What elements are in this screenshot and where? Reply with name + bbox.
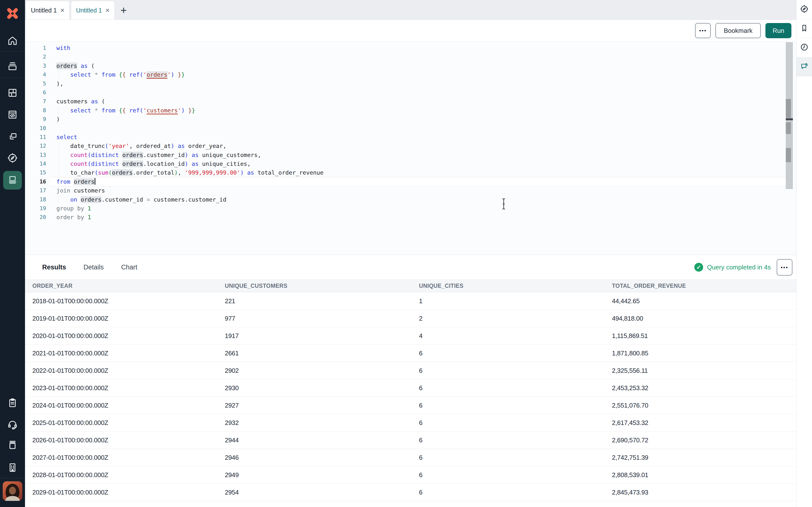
results-tab-chart[interactable]: Chart <box>121 264 137 271</box>
editor-tab-1[interactable]: Untitled 1 × <box>26 1 70 19</box>
column-header[interactable]: UNIQUE_CUSTOMERS <box>225 283 419 289</box>
sql-editor[interactable]: 1with23orders as (4 select * from {{ ref… <box>25 42 796 255</box>
code-line[interactable]: 5), <box>25 79 796 88</box>
table-cell: 6 <box>419 419 612 427</box>
sidebar-item-duplicate-windows[interactable] <box>3 128 22 147</box>
code-window-icon <box>7 109 18 121</box>
sidebar-item-compass[interactable] <box>3 149 22 168</box>
rail-item-ai-assistant[interactable] <box>797 57 812 76</box>
code-line[interactable]: 12 date_trunc('year', ordered_at) as ord… <box>25 142 796 150</box>
code-line[interactable]: 14 count(distinct orders.location_id) as… <box>25 160 796 168</box>
table-row[interactable]: 2020-01-01T00:00:00.000Z191741,115,869.5… <box>25 327 796 345</box>
table-cell: 2018-01-01T00:00:00.000Z <box>32 297 225 305</box>
table-row[interactable]: 2028-01-01T00:00:00.000Z294962,808,539.0… <box>25 466 796 484</box>
bookmark-button[interactable]: Bookmark <box>715 23 761 38</box>
code-line[interactable]: 10 <box>25 124 796 133</box>
code-line[interactable]: 3orders as ( <box>25 61 796 70</box>
editor-tab-2[interactable]: Untitled 1 × <box>71 1 115 19</box>
code-text: select * from {{ ref('customers') }} <box>25 106 796 115</box>
code-line[interactable]: 18 on orders.customer_id = customers.cus… <box>25 195 796 204</box>
code-line[interactable]: 15 to_char(sum(orders.order_total), '999… <box>25 168 796 177</box>
code-line[interactable]: 7customers as ( <box>25 97 796 106</box>
code-line[interactable]: 13 count(distinct orders.customer_id) as… <box>25 151 796 160</box>
table-cell: 1,115,869.51 <box>612 332 796 340</box>
table-cell: 6 <box>419 454 612 461</box>
table-header: ORDER_YEARUNIQUE_CUSTOMERSUNIQUE_CITIEST… <box>25 279 796 292</box>
code-line[interactable]: 16from orders <box>25 177 796 186</box>
code-line[interactable]: 2 <box>25 52 796 61</box>
table-row[interactable]: 2027-01-01T00:00:00.000Z294662,742,751.3… <box>25 449 796 466</box>
code-line[interactable]: 19group by 1 <box>25 204 796 213</box>
code-line[interactable]: 17join customers <box>25 186 796 195</box>
ai-assistant-icon <box>800 62 809 72</box>
close-icon[interactable]: × <box>105 7 110 14</box>
close-icon[interactable]: × <box>60 7 65 14</box>
rail-item-bookmark[interactable] <box>797 19 812 38</box>
results-tab-results[interactable]: Results <box>42 264 66 271</box>
table-cell: 2028-01-01T00:00:00.000Z <box>32 471 225 479</box>
table-cell: 44,442.65 <box>612 297 796 305</box>
table-row[interactable]: 2019-01-01T00:00:00.000Z9772494,818.00 <box>25 310 796 327</box>
sidebar-item-archive-box[interactable] <box>3 57 22 76</box>
table-cell: 2,453,253.32 <box>612 384 796 392</box>
table-row[interactable]: 2018-01-01T00:00:00.000Z221144,442.65 <box>25 292 796 310</box>
code-line[interactable]: 1with <box>25 44 796 52</box>
laptop-terminal-icon <box>7 174 18 186</box>
table-row[interactable]: 2023-01-01T00:00:00.000Z293062,453,253.3… <box>25 379 796 397</box>
sidebar-item-dashboard-grid[interactable] <box>3 84 22 103</box>
sidebar-item-book[interactable] <box>3 436 22 455</box>
code-text: count(distinct orders.location_id) as un… <box>25 160 796 168</box>
results-panel: ResultsDetailsChart ✓ Query completed in… <box>25 255 796 507</box>
run-button[interactable]: Run <box>765 23 792 38</box>
table-cell: 1,841,049.32 <box>612 506 796 507</box>
sidebar-item-code-window[interactable] <box>3 106 22 124</box>
sidebar-item-laptop-terminal[interactable] <box>3 171 22 189</box>
code-line[interactable]: 4 select * from {{ ref('orders') }} <box>25 70 796 79</box>
new-tab-button[interactable]: + <box>120 5 127 16</box>
table-row[interactable]: 2029-01-01T00:00:00.000Z295462,845,473.9… <box>25 484 796 501</box>
sidebar-item-home[interactable] <box>3 32 22 50</box>
user-avatar[interactable] <box>3 482 22 500</box>
table-cell: 6 <box>419 349 612 357</box>
more-options-button[interactable]: ••• <box>695 23 711 38</box>
table-row[interactable]: 2022-01-01T00:00:00.000Z290262,325,556.1… <box>25 362 796 379</box>
sidebar-item-headset[interactable] <box>3 416 22 434</box>
column-header[interactable]: ORDER_YEAR <box>32 283 225 289</box>
code-text: select <box>25 133 796 142</box>
compass-icon <box>800 4 809 14</box>
table-cell: 2025-01-01T00:00:00.000Z <box>32 419 225 427</box>
sidebar-item-building[interactable] <box>3 459 22 477</box>
column-header[interactable]: UNIQUE_CITIES <box>419 283 612 289</box>
table-cell: 6 <box>419 489 612 496</box>
table-row[interactable]: 2021-01-01T00:00:00.000Z266161,871,800.8… <box>25 345 796 362</box>
table-row[interactable]: 2024-01-01T00:00:00.000Z292762,551,076.7… <box>25 397 796 414</box>
code-line[interactable]: 9) <box>25 115 796 124</box>
table-cell: 2,690,570.72 <box>612 437 796 444</box>
table-cell: 6 <box>419 384 612 392</box>
code-line[interactable]: 8 select * from {{ ref('customers') }} <box>25 106 796 115</box>
rail-item-compass[interactable] <box>797 0 812 19</box>
results-tab-details[interactable]: Details <box>84 264 104 271</box>
history-clock-icon <box>800 43 809 53</box>
tab-title: Untitled 1 <box>76 7 102 14</box>
code-text: ) <box>25 115 796 124</box>
tab-bar: Untitled 1 ×Untitled 1 ×+ <box>25 0 796 20</box>
code-line[interactable]: 6 <box>25 88 796 97</box>
table-row[interactable]: 2030-01-01T00:00:00.000Z287961,841,049.3… <box>25 501 796 507</box>
sidebar-item-clipboard[interactable] <box>3 394 22 413</box>
query-status-text: Query completed in 4s <box>707 264 771 271</box>
table-cell: 2,325,556.11 <box>612 367 796 375</box>
code-area[interactable]: 1with23orders as (4 select * from {{ ref… <box>25 44 796 222</box>
table-cell: 2927 <box>225 402 419 409</box>
code-line[interactable]: 11select <box>25 133 796 142</box>
table-row[interactable]: 2025-01-01T00:00:00.000Z293262,617,453.3… <box>25 414 796 432</box>
code-text: join customers <box>25 186 796 195</box>
code-text: ), <box>25 79 796 88</box>
scrollbar-thumb[interactable] <box>786 122 791 134</box>
table-cell: 2,808,539.01 <box>612 471 796 479</box>
results-more-button[interactable]: ••• <box>777 259 793 276</box>
column-header[interactable]: TOTAL_ORDER_REVENUE <box>612 283 796 289</box>
table-row[interactable]: 2026-01-01T00:00:00.000Z294462,690,570.7… <box>25 432 796 449</box>
code-line[interactable]: 20order by 1 <box>25 213 796 222</box>
rail-item-history-clock[interactable] <box>797 38 812 57</box>
